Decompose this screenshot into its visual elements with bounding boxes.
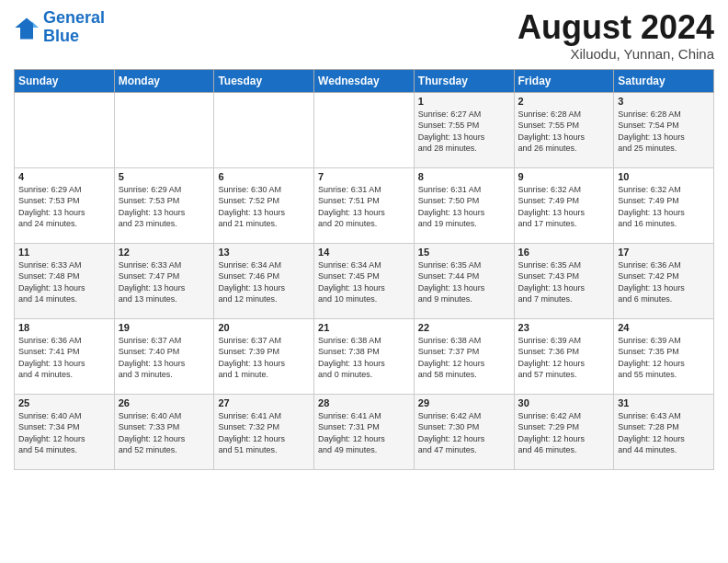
day-number: 24: [618, 322, 710, 333]
calendar-week-3: 11Sunrise: 6:33 AM Sunset: 7:48 PM Dayli…: [15, 243, 714, 318]
day-info: Sunrise: 6:42 AM Sunset: 7:29 PM Dayligh…: [518, 410, 610, 456]
day-number: 25: [18, 397, 110, 408]
calendar-cell: 14Sunrise: 6:34 AM Sunset: 7:45 PM Dayli…: [314, 243, 415, 318]
calendar-cell: 6Sunrise: 6:30 AM Sunset: 7:52 PM Daylig…: [214, 167, 314, 243]
header: General Blue August 2024 Xiluodu, Yunnan…: [14, 9, 714, 62]
day-number: 14: [318, 247, 410, 258]
day-info: Sunrise: 6:27 AM Sunset: 7:55 PM Dayligh…: [418, 109, 510, 155]
calendar-cell: 20Sunrise: 6:37 AM Sunset: 7:39 PM Dayli…: [214, 318, 314, 394]
day-info: Sunrise: 6:33 AM Sunset: 7:48 PM Dayligh…: [18, 259, 110, 305]
logo-blue: Blue: [43, 28, 105, 46]
calendar-cell: 25Sunrise: 6:40 AM Sunset: 7:34 PM Dayli…: [15, 394, 115, 469]
day-number: 30: [518, 397, 610, 408]
calendar-header-wednesday: Wednesday: [314, 69, 415, 92]
day-number: 10: [618, 171, 710, 182]
day-number: 22: [418, 322, 510, 333]
calendar-cell: 5Sunrise: 6:29 AM Sunset: 7:53 PM Daylig…: [114, 167, 214, 243]
calendar-cell: 11Sunrise: 6:33 AM Sunset: 7:48 PM Dayli…: [15, 243, 115, 318]
calendar-cell: 21Sunrise: 6:38 AM Sunset: 7:38 PM Dayli…: [314, 318, 415, 394]
day-info: Sunrise: 6:34 AM Sunset: 7:46 PM Dayligh…: [218, 259, 310, 305]
day-number: 2: [518, 96, 610, 107]
calendar-cell: 16Sunrise: 6:35 AM Sunset: 7:43 PM Dayli…: [514, 243, 614, 318]
calendar-week-1: 1Sunrise: 6:27 AM Sunset: 7:55 PM Daylig…: [15, 92, 714, 167]
calendar-header-friday: Friday: [514, 69, 614, 92]
day-info: Sunrise: 6:34 AM Sunset: 7:45 PM Dayligh…: [318, 259, 410, 305]
day-info: Sunrise: 6:29 AM Sunset: 7:53 PM Dayligh…: [18, 184, 110, 230]
day-number: 15: [418, 247, 510, 258]
calendar-cell: 30Sunrise: 6:42 AM Sunset: 7:29 PM Dayli…: [514, 394, 614, 469]
calendar-cell: 2Sunrise: 6:28 AM Sunset: 7:55 PM Daylig…: [514, 92, 614, 167]
day-info: Sunrise: 6:32 AM Sunset: 7:49 PM Dayligh…: [518, 184, 610, 230]
day-number: 12: [119, 247, 210, 258]
day-info: Sunrise: 6:43 AM Sunset: 7:28 PM Dayligh…: [618, 410, 710, 456]
calendar-cell: 3Sunrise: 6:28 AM Sunset: 7:54 PM Daylig…: [614, 92, 714, 167]
day-info: Sunrise: 6:29 AM Sunset: 7:53 PM Dayligh…: [119, 184, 210, 230]
calendar-cell: 1Sunrise: 6:27 AM Sunset: 7:55 PM Daylig…: [414, 92, 514, 167]
calendar-cell: 12Sunrise: 6:33 AM Sunset: 7:47 PM Dayli…: [114, 243, 214, 318]
day-info: Sunrise: 6:37 AM Sunset: 7:39 PM Dayligh…: [218, 335, 310, 381]
day-number: 26: [119, 397, 210, 408]
day-number: 9: [518, 171, 610, 182]
calendar-header-thursday: Thursday: [414, 69, 514, 92]
day-info: Sunrise: 6:37 AM Sunset: 7:40 PM Dayligh…: [119, 335, 210, 381]
page: General Blue August 2024 Xiluodu, Yunnan…: [0, 0, 728, 563]
day-number: 8: [418, 171, 510, 182]
day-info: Sunrise: 6:39 AM Sunset: 7:35 PM Dayligh…: [618, 335, 710, 381]
month-title: August 2024: [518, 9, 714, 46]
calendar-header-monday: Monday: [114, 69, 214, 92]
logo-text: General Blue: [43, 9, 105, 46]
calendar-cell: [15, 92, 115, 167]
day-info: Sunrise: 6:41 AM Sunset: 7:31 PM Dayligh…: [318, 410, 410, 456]
day-info: Sunrise: 6:39 AM Sunset: 7:36 PM Dayligh…: [518, 335, 610, 381]
logo: General Blue: [14, 9, 105, 46]
day-info: Sunrise: 6:36 AM Sunset: 7:42 PM Dayligh…: [618, 259, 710, 305]
calendar-cell: 9Sunrise: 6:32 AM Sunset: 7:49 PM Daylig…: [514, 167, 614, 243]
day-info: Sunrise: 6:40 AM Sunset: 7:34 PM Dayligh…: [18, 410, 110, 456]
logo-general: General: [43, 8, 105, 27]
day-number: 13: [218, 247, 310, 258]
calendar-cell: 18Sunrise: 6:36 AM Sunset: 7:41 PM Dayli…: [15, 318, 115, 394]
day-number: 3: [618, 96, 710, 107]
calendar-cell: 29Sunrise: 6:42 AM Sunset: 7:30 PM Dayli…: [414, 394, 514, 469]
day-number: 16: [518, 247, 610, 258]
calendar-header-tuesday: Tuesday: [214, 69, 314, 92]
day-number: 7: [318, 171, 410, 182]
svg-marker-1: [15, 17, 38, 39]
calendar-cell: 26Sunrise: 6:40 AM Sunset: 7:33 PM Dayli…: [114, 394, 214, 469]
day-info: Sunrise: 6:31 AM Sunset: 7:50 PM Dayligh…: [418, 184, 510, 230]
day-number: 20: [218, 322, 310, 333]
day-number: 1: [418, 96, 510, 107]
calendar-header-sunday: Sunday: [15, 69, 115, 92]
day-info: Sunrise: 6:30 AM Sunset: 7:52 PM Dayligh…: [218, 184, 310, 230]
calendar-cell: 7Sunrise: 6:31 AM Sunset: 7:51 PM Daylig…: [314, 167, 415, 243]
day-number: 28: [318, 397, 410, 408]
calendar-header-row: SundayMondayTuesdayWednesdayThursdayFrid…: [15, 69, 714, 92]
day-number: 17: [618, 247, 710, 258]
day-number: 11: [18, 247, 110, 258]
day-info: Sunrise: 6:35 AM Sunset: 7:43 PM Dayligh…: [518, 259, 610, 305]
day-info: Sunrise: 6:41 AM Sunset: 7:32 PM Dayligh…: [218, 410, 310, 456]
day-number: 29: [418, 397, 510, 408]
day-number: 4: [18, 171, 110, 182]
calendar-cell: 23Sunrise: 6:39 AM Sunset: 7:36 PM Dayli…: [514, 318, 614, 394]
calendar-cell: [214, 92, 314, 167]
calendar-cell: 15Sunrise: 6:35 AM Sunset: 7:44 PM Dayli…: [414, 243, 514, 318]
day-number: 21: [318, 322, 410, 333]
calendar-cell: [114, 92, 214, 167]
logo-icon: [14, 15, 40, 40]
day-number: 19: [119, 322, 210, 333]
day-number: 5: [119, 171, 210, 182]
day-info: Sunrise: 6:32 AM Sunset: 7:49 PM Dayligh…: [618, 184, 710, 230]
day-number: 23: [518, 322, 610, 333]
day-number: 27: [218, 397, 310, 408]
calendar-cell: 8Sunrise: 6:31 AM Sunset: 7:50 PM Daylig…: [414, 167, 514, 243]
day-info: Sunrise: 6:38 AM Sunset: 7:38 PM Dayligh…: [318, 335, 410, 381]
calendar-cell: 31Sunrise: 6:43 AM Sunset: 7:28 PM Dayli…: [614, 394, 714, 469]
calendar-cell: 24Sunrise: 6:39 AM Sunset: 7:35 PM Dayli…: [614, 318, 714, 394]
calendar-cell: 10Sunrise: 6:32 AM Sunset: 7:49 PM Dayli…: [614, 167, 714, 243]
calendar-cell: 4Sunrise: 6:29 AM Sunset: 7:53 PM Daylig…: [15, 167, 115, 243]
location: Xiluodu, Yunnan, China: [518, 46, 714, 62]
day-info: Sunrise: 6:40 AM Sunset: 7:33 PM Dayligh…: [119, 410, 210, 456]
calendar-cell: 28Sunrise: 6:41 AM Sunset: 7:31 PM Dayli…: [314, 394, 415, 469]
day-number: 31: [618, 397, 710, 408]
